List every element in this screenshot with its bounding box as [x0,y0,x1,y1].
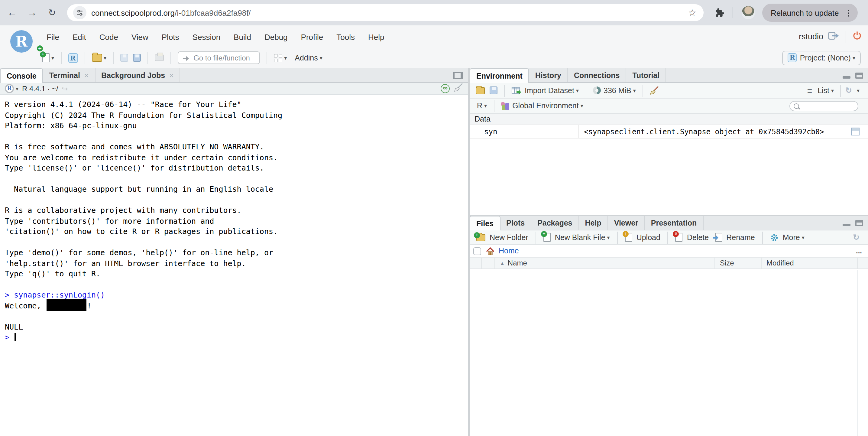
tab-presentation[interactable]: Presentation [645,216,703,230]
more-button[interactable]: More ▾ [767,233,808,241]
import-dataset-button[interactable]: Import Dataset ▾ [509,83,581,98]
column-gutter [858,258,868,268]
divider [762,231,763,243]
minimize-pane-icon[interactable] [843,72,850,78]
tab-label: Presentation [651,219,696,227]
close-icon[interactable]: × [84,71,89,80]
chevron-down-icon[interactable]: ▾ [16,86,19,92]
maximize-pane-icon[interactable] [453,72,463,79]
menu-item-view[interactable]: View [125,32,155,41]
menu-item-profile[interactable]: Profile [294,32,330,41]
maximize-pane-icon[interactable] [855,220,863,226]
goto-file-function-input[interactable]: Go to file/function [178,51,260,64]
goto-working-dir-icon[interactable]: ↪ [62,84,68,93]
environment-selector-button[interactable]: Global Environment ▾ [498,98,586,114]
minimize-pane-icon[interactable] [843,220,850,226]
view-object-table-icon[interactable] [851,127,860,136]
console-line: Platform: x86_64-pc-linux-gnu [5,120,468,131]
refresh-icon[interactable]: ↻ [853,233,860,242]
chevron-down-icon[interactable]: ▾ [284,55,287,61]
back-icon[interactable]: ← [4,5,20,21]
print-button[interactable] [152,50,166,66]
console-output[interactable]: R version 4.4.1 (2024-06-14) -- "Race fo… [0,95,468,436]
column-header-size[interactable]: Size [715,258,762,268]
tab-history[interactable]: History [529,68,568,82]
tab-environment[interactable]: Environment [470,68,529,83]
memory-usage-button[interactable]: 336 MiB ▾ [590,83,638,98]
tab-files[interactable]: Files [470,216,500,230]
breadcrumb-overflow[interactable]: ... [856,247,862,255]
tab-plots[interactable]: Plots [500,216,531,230]
forward-icon[interactable]: → [24,5,40,21]
chevron-down-icon[interactable]: ▾ [104,55,106,61]
tab-label: Help [585,219,601,227]
new-folder-button[interactable]: + New Folder [473,233,531,241]
browser-menu-icon[interactable]: ⋮ [844,8,853,18]
panes-layout-button[interactable]: ▾ [271,50,289,66]
relaunch-to-update-button[interactable]: Relaunch to update ⋮ [762,4,858,22]
environment-search-input[interactable] [789,101,858,111]
column-header-name[interactable]: ▲ Name [495,258,715,268]
open-file-button[interactable]: ▾ [89,50,109,66]
maximize-pane-icon[interactable] [855,72,863,78]
environment-object-row[interactable]: syn <synapseclient.client.Synapse object… [470,125,868,139]
session-suspend-timeout-icon[interactable]: ∞ [441,84,450,93]
sign-out-icon[interactable] [828,31,840,42]
r-session-icon[interactable]: R [5,84,14,93]
project-selector-button[interactable]: R Project: (None) ▾ [782,51,861,65]
files-list-body[interactable] [470,270,868,436]
tab-tutorial[interactable]: Tutorial [626,68,666,82]
menu-item-session[interactable]: Session [186,32,227,41]
menu-item-code[interactable]: Code [93,32,125,41]
close-icon[interactable]: × [169,71,174,80]
save-workspace-button[interactable] [487,83,500,98]
chevron-down-icon[interactable]: ▾ [857,87,860,93]
upload-button[interactable]: ↑ Upload [622,233,663,242]
breadcrumb-home-link[interactable]: Home [499,247,519,255]
chevron-down-icon[interactable]: ▾ [51,55,54,61]
tab-packages[interactable]: Packages [531,216,579,230]
name-column-label: Name [508,259,527,267]
tab-viewer[interactable]: Viewer [608,216,645,230]
bookmark-star-icon[interactable]: ☆ [688,7,698,18]
chevron-down-icon: ▾ [607,234,610,240]
addins-button[interactable]: Addins ▾ [289,50,325,66]
menu-item-tools[interactable]: Tools [330,32,362,41]
site-settings-icon[interactable] [73,6,87,19]
new-file-button[interactable]: + ▾ [40,50,57,66]
load-workspace-button[interactable] [473,83,487,98]
menu-item-plots[interactable]: Plots [155,32,186,41]
menu-item-build[interactable]: Build [227,32,258,41]
tab-background-jobs[interactable]: Background Jobs× [95,68,180,82]
extensions-icon[interactable] [714,8,724,18]
clear-environment-button[interactable] [647,83,661,98]
clear-console-broom-icon[interactable] [454,83,463,94]
tab-label: Environment [476,72,523,80]
address-bar[interactable]: connect.scipoolprod.org/i-01bfcaa9d6a2fa… [67,4,704,21]
new-blank-file-button[interactable]: + New Blank File ▾ [540,233,613,242]
rename-button[interactable]: Rename [712,233,758,242]
tab-connections[interactable]: Connections [568,68,626,82]
quit-session-power-icon[interactable] [852,31,862,42]
plus-badge-icon: + [474,232,480,238]
menu-item-debug[interactable]: Debug [258,32,294,41]
save-button[interactable] [118,50,130,66]
new-project-button[interactable]: R+ [66,50,80,66]
tab-terminal[interactable]: Terminal× [43,68,95,82]
menu-item-file[interactable]: File [40,32,66,41]
global-environment-icon [501,101,509,110]
tab-help[interactable]: Help [579,216,608,230]
column-header-modified[interactable]: Modified [762,258,858,268]
right-column: EnvironmentHistoryConnectionsTutorial [470,68,868,436]
save-all-button[interactable] [130,50,143,66]
delete-button[interactable]: × Delete [673,233,712,242]
tab-console[interactable]: Console [0,68,43,83]
profile-avatar[interactable] [742,6,755,19]
select-all-checkbox[interactable] [473,247,481,255]
menu-item-help[interactable]: Help [362,32,391,41]
view-mode-button[interactable]: List ▾ [815,83,835,98]
language-selector-button[interactable]: R ▾ [474,98,489,114]
menu-item-edit[interactable]: Edit [66,32,93,41]
refresh-icon[interactable]: ↻ [845,86,852,95]
reload-icon[interactable]: ↻ [44,5,60,21]
